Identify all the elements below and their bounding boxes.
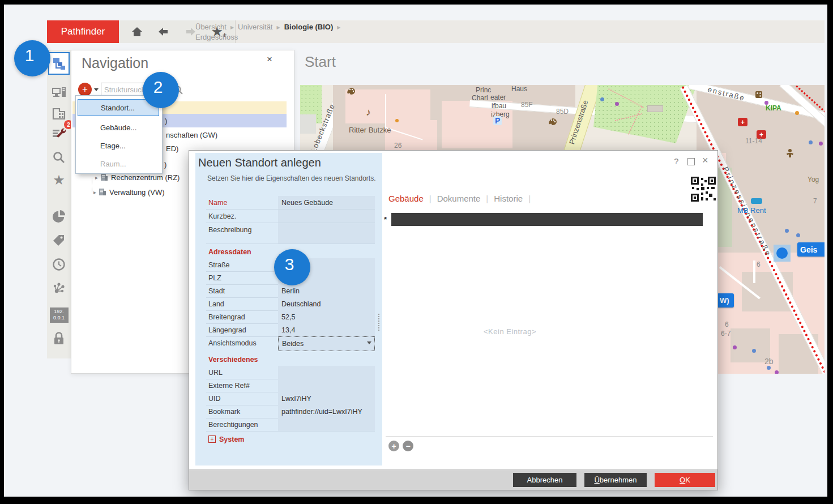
form-row-land[interactable]: Land Deutschland xyxy=(206,297,375,311)
form-row-name[interactable]: Name Neues Gebäude xyxy=(206,196,375,210)
form-row-ansichtsmodus[interactable]: Ansichtsmodus Beides xyxy=(206,336,375,351)
poi-label-ritter-butzke: Ritter Butzke xyxy=(349,126,391,134)
forward-icon xyxy=(184,27,196,37)
expand-icon[interactable]: ▸ xyxy=(95,174,98,181)
cancel-button[interactable]: Abbrechen xyxy=(513,473,576,487)
form-row-berechtigungen[interactable]: Berechtigungen xyxy=(206,418,375,432)
land-field[interactable]: Deutschland xyxy=(278,297,375,310)
expand-icon[interactable]: ▸ xyxy=(93,189,96,195)
form-row-stadt[interactable]: Stadt Berlin xyxy=(206,284,375,298)
form-row-uid[interactable]: UID LwxI7iHY xyxy=(206,392,375,405)
maximize-button[interactable] xyxy=(687,158,695,165)
building-overlay-label-geis[interactable]: Geis xyxy=(797,242,825,257)
breadcrumb: Übersicht▶Universität▶Biologie (BIO)▶ Er… xyxy=(195,22,344,42)
home-icon xyxy=(131,26,143,37)
building-overlay-label-w[interactable]: W) xyxy=(717,293,734,307)
home-button[interactable] xyxy=(129,23,146,40)
add-entry-button[interactable]: + xyxy=(388,441,399,451)
structure-tree-icon xyxy=(52,56,66,71)
form-row-beschreibung[interactable]: Beschreibung xyxy=(206,223,375,244)
form-row-url[interactable]: URL xyxy=(206,366,375,379)
gebaeude-selection-field[interactable] xyxy=(391,213,703,226)
map-park-structure xyxy=(647,105,663,112)
sidebar-item-lock[interactable] xyxy=(47,328,71,349)
sidebar-item-tasks[interactable]: 2 xyxy=(47,123,71,144)
poi-dot xyxy=(809,140,813,144)
network-icon xyxy=(52,282,66,296)
poi-label-charl: Charl xyxy=(472,94,488,102)
building-icon xyxy=(99,187,106,197)
poi-dot xyxy=(615,102,619,106)
sidebar-item-workplace[interactable] xyxy=(47,83,71,103)
tab-gebaeude[interactable]: Gebäude xyxy=(388,194,424,203)
palette-icon xyxy=(548,118,557,126)
apply-button[interactable]: Übernehmen xyxy=(584,473,647,487)
section-verschiedenes: Verschiedenes xyxy=(208,356,258,364)
poi-dot xyxy=(767,366,771,370)
beschreibung-field[interactable] xyxy=(278,223,375,244)
laengengrad-field[interactable]: 13,4 xyxy=(278,323,375,336)
form-row-kurzbez[interactable]: Kurzbez. xyxy=(206,210,375,223)
dialog-subtitle: Setzen Sie hier die Eigenschaften des ne… xyxy=(207,174,376,182)
breadcrumb-universitaet[interactable]: Universität xyxy=(238,23,272,31)
sidebar-item-navigation[interactable] xyxy=(48,52,70,75)
add-structure-button[interactable]: + xyxy=(78,83,92,96)
externe-ref-field[interactable] xyxy=(278,379,375,392)
system-expander[interactable]: +System xyxy=(208,434,244,444)
dialog-tabs: Gebäude|Dokumente|Historie| xyxy=(388,194,536,203)
tab-historie[interactable]: Historie xyxy=(494,194,523,203)
clock-icon xyxy=(52,258,66,271)
frame-edge xyxy=(0,0,4,504)
tab-dokumente[interactable]: Dokumente xyxy=(437,194,481,203)
uid-field[interactable]: LwxI7iHY xyxy=(278,392,375,405)
name-field[interactable]: Neues Gebäude xyxy=(278,196,375,209)
close-panel-icon[interactable]: × xyxy=(267,54,272,65)
housenumber-6: 6 xyxy=(725,321,729,328)
form-row-breitengrad[interactable]: Breitengrad 52,5 xyxy=(206,310,375,324)
form-row-laengengrad[interactable]: Längengrad 13,4 xyxy=(206,323,375,337)
app-logo[interactable]: Pathfinder xyxy=(47,20,119,43)
ok-button[interactable]: OK xyxy=(655,473,715,487)
poi-dot xyxy=(733,345,737,349)
sidebar-item-network[interactable] xyxy=(47,279,71,299)
ansichtsmodus-dropdown[interactable]: Beides xyxy=(278,336,375,351)
breadcrumb-biologie[interactable]: Biologie (BIO) xyxy=(284,23,334,31)
breitengrad-field[interactable]: 52,5 xyxy=(278,310,375,323)
sidebar-item-history[interactable] xyxy=(47,254,71,275)
help-button[interactable]: ? xyxy=(674,156,678,166)
required-marker: * xyxy=(384,215,387,224)
menu-item-raum[interactable]: Raum... xyxy=(78,156,159,172)
form-row-bookmark[interactable]: Bookmark pathfinder://uid=LwxI7iHY xyxy=(206,405,375,418)
poi-dot xyxy=(752,349,756,353)
ip-address-icon: 192. 0.0.1 xyxy=(50,307,69,323)
bookmark-field[interactable]: pathfinder://uid=LwxI7iHY xyxy=(278,405,375,418)
berechtigungen-field[interactable] xyxy=(278,418,375,431)
menu-item-etage[interactable]: Etage... xyxy=(78,138,159,153)
sidebar-item-ip-address[interactable]: 192. 0.0.1 xyxy=(47,305,71,325)
stadt-field[interactable]: Berlin xyxy=(278,284,375,297)
sidebar-item-tags[interactable] xyxy=(47,230,71,250)
sidebar-item-favorites[interactable]: ★ xyxy=(47,170,71,190)
sidebar-item-search[interactable] xyxy=(47,147,71,168)
add-dropdown-caret[interactable] xyxy=(94,88,99,91)
sidebar-item-reports[interactable] xyxy=(47,206,71,227)
location-marker[interactable] xyxy=(776,247,788,259)
kurzbez-field[interactable] xyxy=(278,210,375,223)
map-building xyxy=(345,89,430,123)
menu-item-gebaeude[interactable]: Gebäude... xyxy=(78,119,159,135)
housenumber-2b: 2b xyxy=(764,357,774,366)
form-scroll-handle[interactable] xyxy=(378,314,379,331)
remove-entry-button[interactable]: − xyxy=(403,441,413,451)
person-icon xyxy=(785,148,795,159)
housenumber-26: 26 xyxy=(394,142,401,150)
breadcrumb-erdgeschoss[interactable]: Erdgeschoss xyxy=(195,33,238,41)
new-location-dialog: Neuen Standort anlegen Setzen Sie hier d… xyxy=(189,150,718,490)
url-field[interactable] xyxy=(278,366,375,379)
breadcrumb-uebersicht[interactable]: Übersicht xyxy=(195,23,227,31)
pie-chart-icon xyxy=(52,210,66,223)
back-button[interactable] xyxy=(155,23,172,40)
dialog-close-icon[interactable]: × xyxy=(702,155,708,166)
poi-dot xyxy=(795,111,799,115)
form-row-externe-ref[interactable]: Externe Ref# xyxy=(206,379,375,392)
floorplan-icon xyxy=(52,106,66,120)
